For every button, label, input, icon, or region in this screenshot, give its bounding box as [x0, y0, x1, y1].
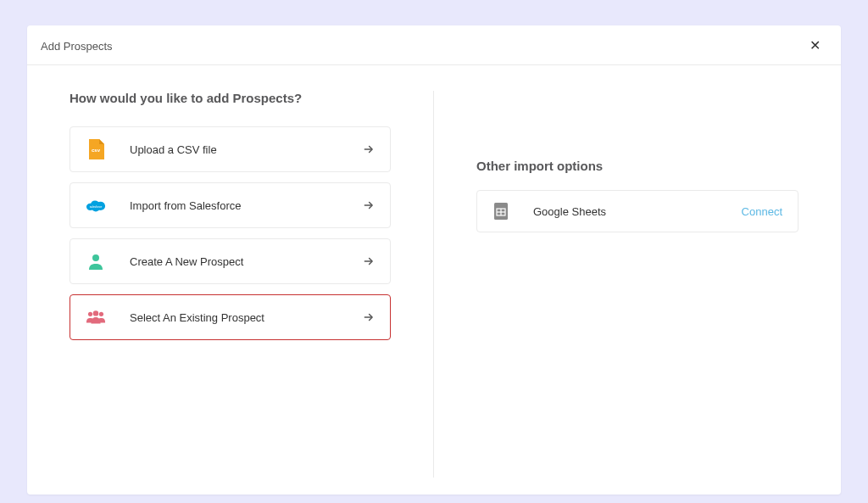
left-panel: How would you like to add Prospects? csv… [70, 91, 434, 478]
arrow-right-icon [363, 255, 375, 267]
option-import-salesforce[interactable]: salesforce Import from Salesforce [70, 182, 391, 228]
modal-title: Add Prospects [41, 40, 113, 53]
salesforce-icon: salesforce [86, 195, 106, 215]
svg-text:csv: csv [92, 148, 101, 153]
arrow-right-icon [363, 143, 375, 155]
arrow-right-icon [363, 199, 375, 211]
connect-link[interactable]: Connect [742, 205, 782, 218]
import-label: Google Sheets [533, 205, 742, 218]
svg-point-10 [88, 312, 92, 316]
arrow-right-icon [363, 311, 375, 323]
option-label: Create A New Prospect [130, 255, 363, 268]
close-icon: ✕ [810, 38, 821, 53]
person-icon [86, 251, 106, 271]
option-select-existing-prospect[interactable]: Select An Existing Prospect [70, 294, 391, 340]
csv-file-icon: csv [86, 139, 106, 159]
google-sheets-icon [492, 203, 509, 220]
import-google-sheets: Google Sheets Connect [476, 190, 798, 232]
svg-point-8 [92, 254, 99, 261]
option-label: Select An Existing Prospect [130, 311, 363, 324]
other-import-heading: Other import options [476, 159, 798, 173]
add-prospects-modal: Add Prospects ✕ How would you like to ad… [27, 25, 841, 495]
people-group-icon [86, 307, 106, 327]
svg-point-11 [93, 310, 98, 316]
close-button[interactable]: ✕ [810, 39, 821, 53]
option-upload-csv[interactable]: csv Upload a CSV file [70, 126, 391, 172]
svg-text:salesforce: salesforce [90, 205, 103, 209]
option-create-new-prospect[interactable]: Create A New Prospect [70, 238, 391, 284]
option-label: Upload a CSV file [130, 143, 363, 156]
section-heading: How would you like to add Prospects? [70, 91, 391, 105]
svg-point-12 [99, 312, 103, 316]
right-panel: Other import options Google Sheets Conne… [434, 91, 798, 478]
modal-header: Add Prospects ✕ [27, 25, 841, 65]
option-label: Import from Salesforce [130, 199, 363, 212]
modal-body: How would you like to add Prospects? csv… [27, 65, 841, 495]
